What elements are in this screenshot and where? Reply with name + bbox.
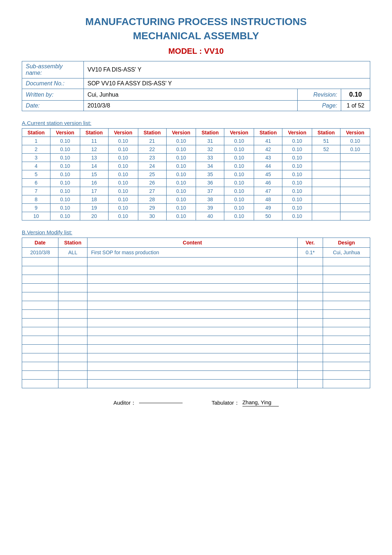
table-cell: 17: [80, 187, 108, 195]
table-cell: 0.10: [224, 179, 254, 187]
ver-col-design: Design: [323, 238, 370, 248]
table-cell: 0.10: [108, 170, 138, 179]
section-b-title: B.Version Modify list:: [22, 229, 370, 235]
table-cell: [340, 204, 370, 212]
table-cell: 10: [22, 212, 50, 220]
page-label: Page:: [298, 101, 341, 111]
table-cell: [312, 170, 340, 179]
ver-col-station: Station: [58, 238, 87, 248]
table-cell: 0.10: [224, 170, 254, 179]
table-cell: 0.10: [166, 154, 196, 162]
table-row: [22, 336, 370, 345]
table-cell: 3: [22, 154, 50, 162]
table-cell: 50: [254, 212, 282, 220]
table-cell: [312, 154, 340, 162]
table-cell: 46: [254, 179, 282, 187]
table-cell: 0.10: [224, 212, 254, 220]
table-cell: 34: [196, 162, 224, 170]
ver-cell-design: [323, 380, 370, 388]
ver-cell-date: [22, 258, 58, 266]
ver-cell-date: [22, 362, 58, 371]
table-cell: [340, 212, 370, 220]
table-row: 90.10190.10290.10390.10490.10: [22, 204, 370, 212]
ver-cell-content: [87, 284, 298, 292]
table-cell: 0.10: [50, 179, 80, 187]
ver-cell-ver: [298, 275, 323, 284]
ver-cell-content: [87, 301, 298, 310]
station-th: Version: [340, 129, 370, 137]
ver-cell-station: [58, 266, 87, 275]
table-cell: 0.10: [340, 137, 370, 145]
info-table: Sub-assembly name: VV10 FA DIS-ASS' Y Do…: [22, 61, 370, 111]
table-row: 70.10170.10270.10370.10470.10: [22, 187, 370, 195]
table-cell: 0.10: [108, 187, 138, 195]
table-row: [22, 275, 370, 284]
table-row: 100.10200.10300.10400.10500.10: [22, 212, 370, 220]
ver-cell-station: [58, 292, 87, 301]
table-cell: 18: [80, 195, 108, 204]
ver-cell-ver: [298, 327, 323, 336]
ver-cell-content: [87, 275, 298, 284]
section-a-title: A.Current station version list:: [22, 120, 370, 126]
table-cell: 0.10: [166, 204, 196, 212]
table-cell: 0.10: [166, 145, 196, 154]
model-label: MODEL : VV10: [22, 46, 370, 56]
table-cell: [340, 187, 370, 195]
table-cell: [340, 179, 370, 187]
table-cell: 0.10: [282, 162, 312, 170]
ver-cell-date: [22, 310, 58, 319]
ver-cell-date: [22, 380, 58, 388]
table-row: 10.10110.10210.10310.10410.10510.10: [22, 137, 370, 145]
document-no-label: Document No.:: [22, 78, 84, 89]
ver-cell-station: [58, 353, 87, 362]
station-th: Station: [254, 129, 282, 137]
ver-cell-content: [87, 371, 298, 380]
page-title: MANUFACTURING PROCESS INSTRUCTIONS MECHA…: [22, 15, 370, 43]
ver-cell-design: [323, 327, 370, 336]
table-cell: 0.10: [50, 212, 80, 220]
ver-cell-date: [22, 336, 58, 345]
table-row: [22, 327, 370, 336]
table-cell: 13: [80, 154, 108, 162]
table-cell: 0.10: [282, 179, 312, 187]
table-cell: 0.10: [224, 187, 254, 195]
ver-cell-design: [323, 336, 370, 345]
ver-cell-ver: [298, 266, 323, 275]
ver-cell-ver: [298, 319, 323, 327]
table-cell: 0.10: [108, 154, 138, 162]
table-cell: 39: [196, 204, 224, 212]
table-cell: 4: [22, 162, 50, 170]
table-cell: 0.10: [166, 212, 196, 220]
ver-cell-design: [323, 310, 370, 319]
table-row: [22, 353, 370, 362]
ver-cell-station: [58, 362, 87, 371]
ver-cell-design: [323, 258, 370, 266]
ver-cell-station: [58, 258, 87, 266]
table-cell: 0.10: [50, 195, 80, 204]
table-cell: 0.10: [282, 170, 312, 179]
station-th: Version: [166, 129, 196, 137]
ver-cell-design: Cui, Junhua: [323, 248, 370, 258]
table-cell: [340, 195, 370, 204]
ver-cell-content: [87, 258, 298, 266]
ver-cell-design: [323, 362, 370, 371]
ver-col-date: Date: [22, 238, 58, 248]
ver-cell-station: [58, 327, 87, 336]
date-value: 2010/3/8: [84, 101, 298, 111]
table-cell: 0.10: [224, 154, 254, 162]
table-cell: 0.10: [108, 162, 138, 170]
station-version-table: StationVersionStationVersionStationVersi…: [22, 128, 370, 220]
version-header-row: Date Station Content Ver. Design: [22, 238, 370, 248]
table-cell: 47: [254, 187, 282, 195]
table-cell: 0.10: [108, 195, 138, 204]
station-th: Station: [312, 129, 340, 137]
table-row: 80.10180.10280.10380.10480.10: [22, 195, 370, 204]
table-cell: 0.10: [50, 170, 80, 179]
ver-cell-design: [323, 284, 370, 292]
ver-cell-content: [87, 345, 298, 353]
table-cell: 27: [138, 187, 166, 195]
ver-cell-content: [87, 327, 298, 336]
ver-cell-station: [58, 301, 87, 310]
ver-cell-design: [323, 371, 370, 380]
ver-cell-station: [58, 275, 87, 284]
